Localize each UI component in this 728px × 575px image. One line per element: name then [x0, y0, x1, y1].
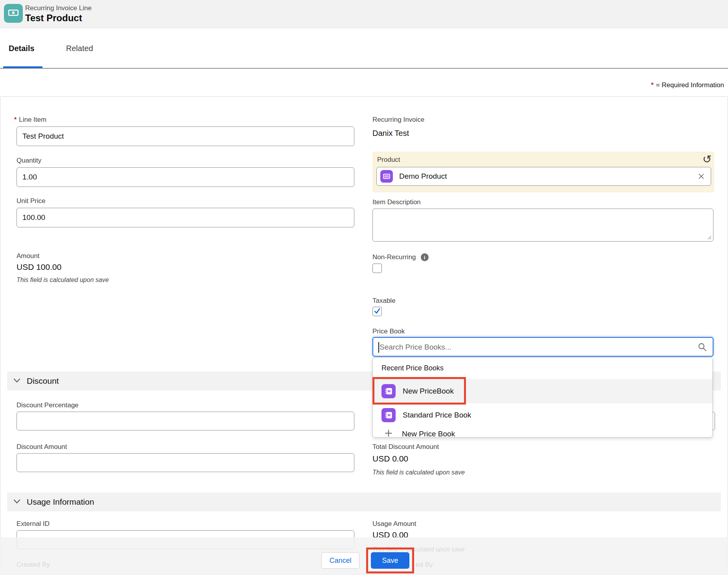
tab-details[interactable]: Details — [9, 44, 35, 53]
discount-percentage-field[interactable] — [17, 412, 354, 430]
object-name: Recurring Invoice Line — [25, 4, 92, 12]
recurring-invoice-line-entity-icon-tile — [4, 4, 23, 23]
product-lookup-pill[interactable]: Demo Product — [376, 167, 711, 186]
plus-icon — [384, 429, 393, 439]
recurring-invoice-value: Danix Test — [372, 129, 409, 138]
text-cursor — [378, 342, 379, 353]
required-asterisk: * — [651, 81, 654, 89]
annotation-box-save — [366, 548, 414, 573]
product-value: Demo Product — [399, 172, 447, 181]
price-book-label: Price Book — [372, 328, 405, 335]
price-book-search-input[interactable] — [379, 338, 695, 356]
unit-price-label: Unit Price — [17, 197, 46, 205]
cancel-button[interactable]: Cancel — [321, 552, 359, 569]
quantity-label: Quantity — [17, 157, 41, 165]
record-header: Recurring Invoice Line Test Product — [0, 0, 728, 28]
unit-price-field[interactable] — [17, 208, 354, 227]
discount-amount-field[interactable] — [17, 453, 354, 472]
clear-selection-icon[interactable] — [697, 172, 705, 180]
chevron-down-icon — [13, 498, 20, 505]
line-item-field[interactable] — [17, 126, 354, 146]
amount-label: Amount — [17, 252, 40, 260]
checkmark-icon — [373, 307, 381, 316]
dropdown-item-new-price-book[interactable]: New Price Book — [373, 426, 712, 442]
money-icon — [7, 7, 19, 20]
textarea-resize-handle[interactable] — [706, 234, 712, 242]
pricebook-icon — [381, 408, 396, 422]
taxable-checkbox[interactable] — [372, 307, 382, 316]
section-usage-information[interactable]: Usage Information — [7, 493, 721, 511]
discount-percentage-label: Discount Percentage — [17, 401, 79, 409]
discount-section-title: Discount — [27, 376, 59, 386]
external-id-label: External ID — [17, 520, 50, 528]
item-description-field[interactable] — [372, 209, 713, 242]
line-item-label: *Line Item — [14, 116, 46, 124]
dropdown-item-standard-price-book[interactable]: Standard Price Book — [373, 405, 712, 425]
total-discount-amount-value: USD 0.00 — [372, 454, 408, 463]
price-book-search[interactable] — [372, 337, 713, 357]
page-title: Test Product — [25, 13, 82, 24]
non-recurring-checkbox[interactable] — [372, 264, 382, 273]
discount-amount-label: Discount Amount — [17, 443, 67, 451]
tab-related[interactable]: Related — [66, 44, 93, 53]
usage-section-title: Usage Information — [27, 497, 94, 507]
page: Recurring Invoice Line Test Product Deta… — [0, 0, 728, 575]
recent-price-books-group-label: Recent Price Books — [381, 364, 444, 372]
taxable-label: Taxable — [372, 297, 396, 305]
usage-amount-label: Usage Amount — [372, 520, 416, 528]
total-discount-amount-note: This field is calculated upon save — [372, 469, 465, 476]
tab-strip-border — [0, 68, 728, 69]
non-recurring-label: Non-Recurring — [372, 253, 416, 261]
footer-dim-overlay — [0, 537, 728, 575]
recurring-invoice-label: Recurring Invoice — [372, 116, 424, 124]
product-icon — [380, 170, 393, 183]
amount-note: This field is calculated upon save — [17, 277, 109, 284]
quantity-field[interactable] — [17, 167, 354, 187]
total-discount-amount-label: Total Discount Amount — [372, 443, 439, 451]
amount-value: USD 100.00 — [17, 262, 61, 272]
search-icon[interactable] — [697, 342, 707, 353]
non-recurring-label-row: Non-Recurring i — [372, 253, 429, 261]
chevron-down-icon — [13, 377, 20, 385]
info-icon[interactable]: i — [421, 253, 429, 261]
required-information-note: *= Required Information — [651, 81, 724, 89]
annotation-box-new-pricebook — [372, 377, 466, 405]
product-label: Product — [377, 156, 400, 164]
undo-icon[interactable]: ↺ — [702, 154, 711, 165]
item-description-label: Item Description — [372, 198, 421, 206]
